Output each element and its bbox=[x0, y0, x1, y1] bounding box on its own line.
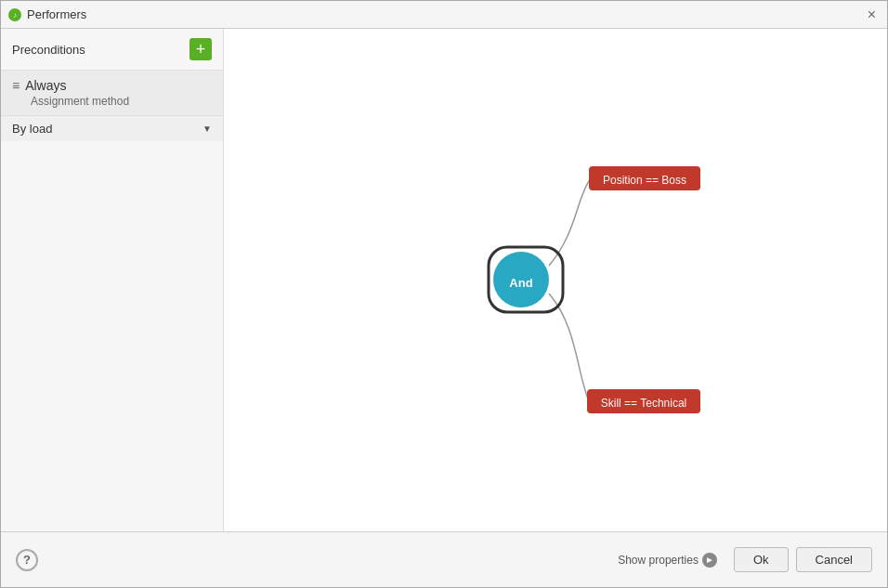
list-icon: ≡ bbox=[12, 78, 20, 93]
footer: ? Show properties ► Ok Cancel bbox=[1, 531, 887, 587]
close-button[interactable]: × bbox=[864, 6, 880, 24]
help-button[interactable]: ? bbox=[16, 549, 38, 571]
main-window: ♪ Performers × Preconditions + ≡ Always … bbox=[0, 0, 888, 588]
main-content: Preconditions + ≡ Always Assignment meth… bbox=[1, 29, 887, 531]
show-properties-link[interactable]: Show properties ► bbox=[618, 553, 717, 568]
preconditions-label: Preconditions bbox=[12, 43, 85, 57]
title-bar-left: ♪ Performers bbox=[8, 7, 86, 21]
sidebar: Preconditions + ≡ Always Assignment meth… bbox=[1, 29, 224, 531]
app-icon: ♪ bbox=[8, 8, 21, 21]
canvas-area: And Position == Boss Skill == Technical bbox=[224, 29, 887, 531]
add-precondition-button[interactable]: + bbox=[189, 38, 212, 60]
arrow-circle-icon: ► bbox=[702, 553, 717, 568]
connector-line-top bbox=[549, 178, 591, 266]
condition-label-skill: Skill == Technical bbox=[601, 397, 687, 410]
always-label: Always bbox=[25, 78, 66, 93]
diagram-svg: And Position == Boss Skill == Technical bbox=[224, 29, 887, 531]
svg-text:♪: ♪ bbox=[13, 11, 17, 20]
cancel-button[interactable]: Cancel bbox=[796, 547, 872, 572]
app-icon-svg: ♪ bbox=[10, 10, 20, 20]
sidebar-always-item[interactable]: ≡ Always Assignment method bbox=[1, 71, 223, 115]
title-bar: ♪ Performers × bbox=[1, 1, 887, 29]
footer-buttons: Ok Cancel bbox=[734, 547, 872, 572]
ok-button[interactable]: Ok bbox=[734, 547, 789, 572]
by-load-label: By load bbox=[12, 122, 52, 136]
condition-label-position: Position == Boss bbox=[603, 174, 686, 187]
dropdown-arrow-icon: ▼ bbox=[202, 124, 212, 134]
assignment-method-label: Assignment method bbox=[12, 95, 212, 108]
sidebar-item-header: ≡ Always bbox=[12, 78, 212, 93]
show-properties-label: Show properties bbox=[618, 554, 699, 567]
window-title: Performers bbox=[27, 7, 86, 21]
footer-left: ? bbox=[16, 549, 610, 571]
sidebar-header: Preconditions + bbox=[1, 29, 223, 71]
and-node-label: And bbox=[509, 276, 532, 290]
by-load-row[interactable]: By load ▼ bbox=[1, 115, 223, 141]
